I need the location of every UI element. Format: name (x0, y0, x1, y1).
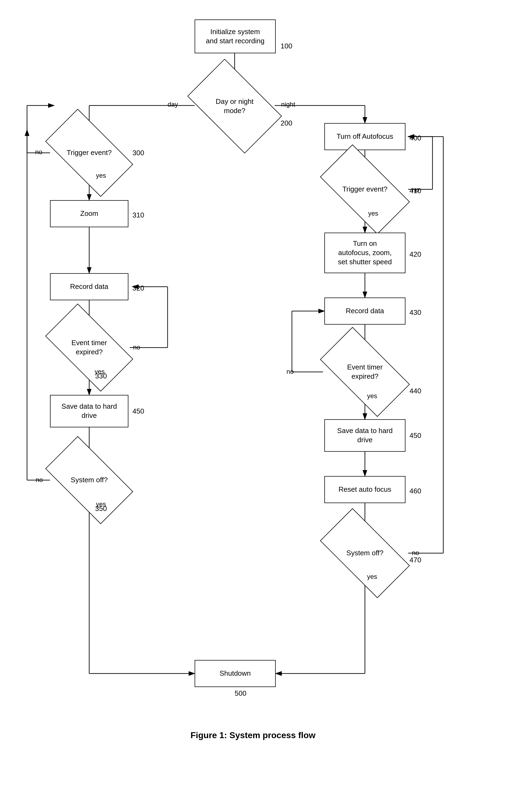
save-right-node: Save data to hard drive (324, 419, 406, 452)
reset-af-label: Reset auto focus (338, 485, 391, 494)
save-left-node: Save data to hard drive (50, 395, 129, 427)
system-off-left-label: System off? (71, 475, 108, 485)
zoom-node: Zoom (50, 200, 129, 227)
start-node: Initialize system and start recording (195, 19, 276, 53)
reset-af-ref: 460 (410, 487, 421, 495)
trigger-left-node: Trigger event? (45, 109, 133, 197)
zoom-label: Zoom (80, 209, 98, 218)
trigger-left-yes: yes (96, 172, 106, 179)
system-off-right-no: no (412, 549, 419, 557)
start-ref: 100 (280, 42, 292, 50)
record-right-node: Record data (324, 298, 406, 324)
turn-on-af-ref: 420 (410, 250, 421, 259)
system-off-right-label: System off? (346, 548, 384, 558)
event-timer-right-ref: 440 (410, 387, 421, 395)
figure-caption: Figure 1: System process flow (0, 730, 506, 740)
event-timer-left-no: no (133, 344, 140, 351)
event-timer-left-yes: yes (95, 368, 105, 375)
system-off-right-node: System off? (320, 508, 410, 598)
trigger-right-no: no (412, 186, 419, 194)
shutdown-label: Shutdown (220, 669, 251, 678)
day-night-label: Day or night mode? (216, 97, 254, 116)
trigger-right-label: Trigger event? (342, 185, 388, 194)
save-right-label: Save data to hard drive (337, 426, 393, 445)
trigger-left-ref: 300 (133, 149, 144, 157)
system-off-left-no: no (36, 476, 43, 484)
record-left-node: Record data (50, 273, 129, 300)
event-timer-left-label: Event timer expired? (71, 339, 107, 357)
day-night-node: Day or night mode? (187, 59, 282, 153)
system-off-right-yes: yes (367, 573, 377, 581)
record-right-ref: 430 (410, 308, 421, 317)
reset-af-node: Reset auto focus (324, 476, 406, 503)
trigger-right-node: Trigger event? (320, 144, 410, 234)
record-left-label: Record data (70, 282, 108, 291)
trigger-right-yes: yes (368, 210, 378, 217)
system-off-left-yes: yes (96, 500, 106, 508)
trigger-left-label: Trigger event? (67, 148, 112, 157)
turn-off-af-label: Turn off Autofocus (337, 132, 393, 141)
system-off-left-node: System off? (45, 436, 133, 524)
turn-off-af-ref: 400 (410, 134, 421, 142)
event-timer-left-node: Event timer expired? (45, 303, 133, 391)
turn-on-af-label: Turn on autofocus, zoom, set shutter spe… (338, 239, 392, 267)
turn-on-af-node: Turn on autofocus, zoom, set shutter spe… (324, 233, 406, 273)
day-label: day (168, 100, 178, 108)
save-left-label: Save data to hard drive (61, 402, 117, 420)
turn-off-af-node: Turn off Autofocus (324, 123, 406, 150)
system-off-right-ref: 470 (410, 556, 421, 564)
save-right-ref: 450 (410, 431, 421, 440)
shutdown-node: Shutdown (195, 660, 276, 687)
record-left-ref: 320 (133, 284, 144, 292)
trigger-left-no: no (35, 148, 43, 156)
event-timer-right-label: Event timer expired? (347, 363, 383, 381)
shutdown-ref: 500 (235, 689, 246, 697)
event-timer-right-no: no (286, 368, 294, 375)
day-night-ref: 200 (280, 119, 292, 127)
save-left-ref: 450 (133, 407, 144, 416)
zoom-ref: 310 (133, 211, 144, 219)
event-timer-right-node: Event timer expired? (320, 327, 410, 417)
start-label: Initialize system and start recording (206, 27, 265, 46)
record-right-label: Record data (346, 306, 384, 316)
night-label: night (281, 100, 295, 108)
event-timer-right-yes: yes (367, 392, 377, 400)
